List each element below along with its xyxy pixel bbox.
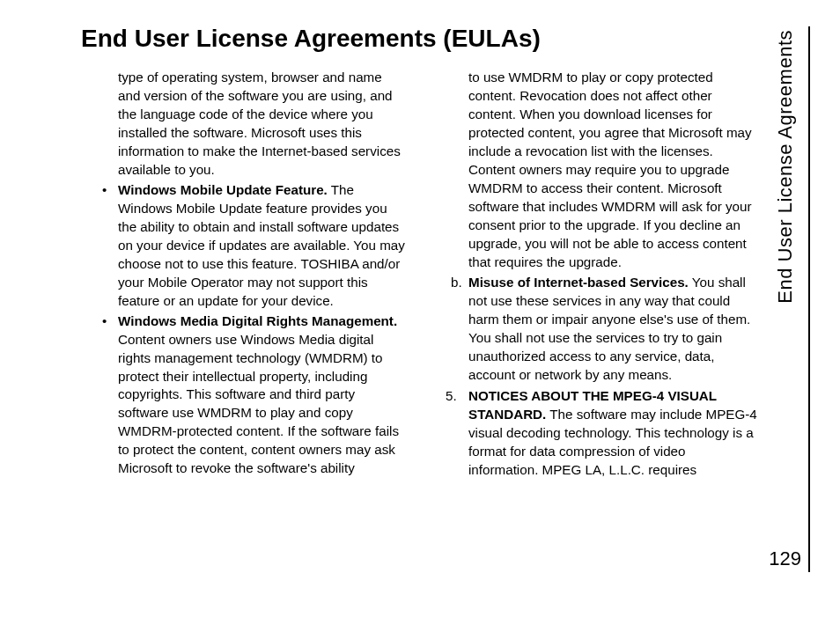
- page-heading: End User License Agreements (EULAs): [81, 25, 840, 53]
- list-item-title: Misuse of Internet-based Services.: [468, 275, 689, 290]
- list-item-title: Windows Mobile Update Feature.: [118, 182, 328, 197]
- list-item-body: Content owners use Windows Media digital…: [118, 332, 399, 476]
- list-item-body: You shall not use these services in any …: [468, 275, 750, 382]
- list-item-title: Windows Media Digital Rights Management.: [118, 313, 397, 328]
- column-left: type of operating system, browser and na…: [81, 69, 407, 480]
- document-page: End User License Agreements (EULAs) type…: [0, 0, 840, 617]
- list-item: 5. NOTICES ABOUT THE MPEG-4 VISUAL STAND…: [431, 387, 757, 480]
- column-right: to use WMDRM to play or copy protected c…: [431, 69, 757, 480]
- paragraph: type of operating system, browser and na…: [81, 69, 407, 180]
- list-item: b. Misuse of Internet-based Services. Yo…: [431, 274, 757, 385]
- list-item: Windows Media Digital Rights Management.…: [81, 312, 407, 479]
- page-number: 129: [769, 547, 801, 570]
- body-columns: type of operating system, browser and na…: [81, 69, 759, 480]
- list-marker: 5.: [446, 387, 457, 406]
- side-tab: End User License Agreements 129: [769, 26, 810, 572]
- list-marker: b.: [451, 274, 462, 292]
- list-item-body: The Windows Mobile Update feature provid…: [118, 182, 405, 308]
- paragraph: to use WMDRM to play or copy protected c…: [431, 69, 757, 272]
- list-item: Windows Mobile Update Feature. The Windo…: [81, 181, 407, 311]
- section-label: End User License Agreements: [774, 30, 797, 304]
